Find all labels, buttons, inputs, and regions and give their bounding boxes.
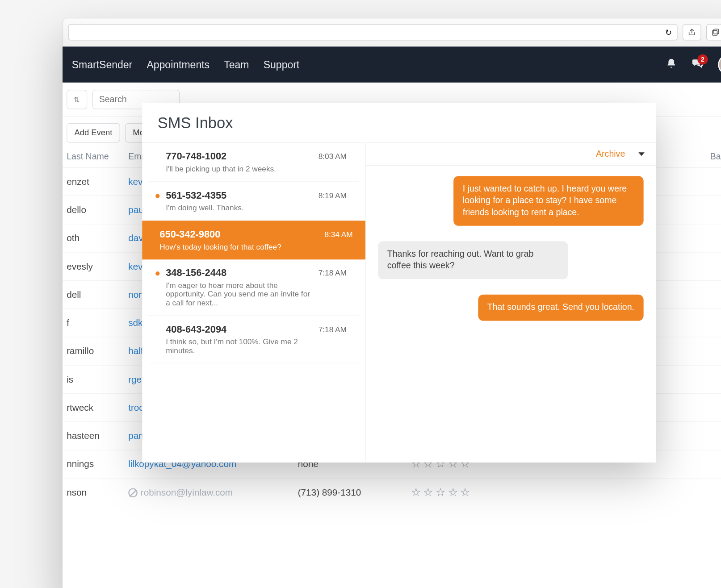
cell-name: nson [67, 487, 128, 498]
conversation-item[interactable]: 348-156-24487:18 AMI'm eager to hear mor… [148, 259, 359, 316]
chat-icon[interactable]: 2 [692, 57, 704, 72]
convo-preview: I think so, but I'm not 100%. Give me 2 … [166, 337, 347, 354]
convo-preview: I'm doing well. Thanks. [166, 203, 347, 212]
message-incoming: Thanks for reaching out. Want to grab co… [378, 241, 568, 279]
svg-rect-1 [713, 30, 717, 35]
cell-name: ramillo [67, 346, 128, 356]
convo-time: 7:18 AM [319, 325, 347, 334]
col-balance: Balance [710, 152, 721, 162]
add-event-button[interactable]: Add Event [67, 123, 120, 143]
contacts-backdrop: ⇅ ⚙ ▾ Add Event Move Last Name Email [63, 83, 721, 588]
cell-name: is [67, 374, 128, 385]
chat-badge: 2 [697, 54, 708, 64]
cell-name: oth [67, 233, 128, 243]
bell-icon[interactable] [666, 58, 677, 71]
cell-name: f [67, 317, 128, 328]
conversation-list: 770-748-10028:03 AMI'll be picking up th… [142, 142, 365, 462]
cell-name: dell [67, 289, 128, 300]
svg-rect-0 [714, 29, 719, 34]
nav-support[interactable]: Support [264, 58, 300, 70]
fade-overlay [63, 560, 721, 588]
unread-dot-icon [155, 271, 159, 275]
cell-name: rtweck [67, 402, 128, 413]
chevron-down-icon[interactable] [638, 152, 645, 156]
convo-number: 650-342-9800 [159, 229, 352, 240]
cell-phone: (713) 899-1310 [298, 487, 411, 498]
url-bar[interactable]: ↻ [68, 24, 678, 41]
nav-appointments[interactable]: Appointments [147, 58, 210, 70]
message-bubbles: I just wanted to catch up. I heard you w… [366, 166, 656, 331]
convo-preview: I'm eager to hear more about the opportu… [166, 281, 347, 307]
convo-preview: I'll be picking up that in 2 weeks. [166, 164, 347, 173]
cell-email[interactable]: robinson@lyinlaw.com [128, 487, 298, 498]
tabs-icon[interactable] [706, 24, 721, 41]
convo-time: 7:18 AM [319, 268, 347, 277]
rating-stars[interactable]: ☆☆☆☆☆ [411, 486, 473, 499]
conversation-item[interactable]: 408-643-20947:18 AMI think so, but I'm n… [148, 316, 359, 363]
table-row[interactable]: nsonrobinson@lyinlaw.com(713) 899-1310☆☆… [63, 478, 721, 506]
blocked-icon [128, 488, 138, 497]
convo-time: 8:34 AM [324, 230, 352, 239]
cell-name: enzet [67, 176, 128, 187]
cell-name: evesly [67, 261, 128, 272]
cell-name: hasteen [67, 430, 128, 441]
brand[interactable]: SmartSender [72, 58, 133, 70]
cell-name: nnings [67, 459, 128, 469]
convo-preview: How's today looking for that coffee? [159, 242, 352, 251]
convo-time: 8:03 AM [319, 152, 347, 161]
nav-team[interactable]: Team [224, 58, 249, 70]
cell-name: dello [67, 204, 128, 215]
conversation-item[interactable]: 770-748-10028:03 AMI'll be picking up th… [148, 142, 359, 181]
message-outgoing: That sounds great. Send you location. [478, 294, 644, 321]
conversation-item[interactable]: 561-532-43558:19 AMI'm doing well. Thank… [148, 182, 359, 221]
modal-title: SMS Inbox [142, 103, 656, 142]
chat-pane: Archive I just wanted to catch up. I hea… [366, 142, 656, 462]
sms-inbox-modal: SMS Inbox 770-748-10028:03 AMI'll be pic… [142, 103, 656, 463]
col-name: Last Name [67, 152, 128, 162]
unread-dot-icon [155, 194, 159, 198]
reload-icon[interactable]: ↻ [665, 27, 672, 37]
archive-button[interactable]: Archive [596, 149, 625, 159]
sort-toggle[interactable]: ⇅ [67, 90, 87, 109]
message-outgoing: I just wanted to catch up. I heard you w… [453, 176, 644, 225]
avatar [718, 54, 721, 75]
user-menu[interactable] [718, 54, 721, 75]
share-icon[interactable] [683, 24, 701, 41]
conversation-item[interactable]: 650-342-98008:34 AMHow's today looking f… [142, 221, 365, 259]
browser-chrome: ↻ + [63, 18, 721, 46]
convo-time: 8:19 AM [319, 191, 347, 200]
app-nav: SmartSender Appointments Team Support 2 [63, 46, 721, 82]
